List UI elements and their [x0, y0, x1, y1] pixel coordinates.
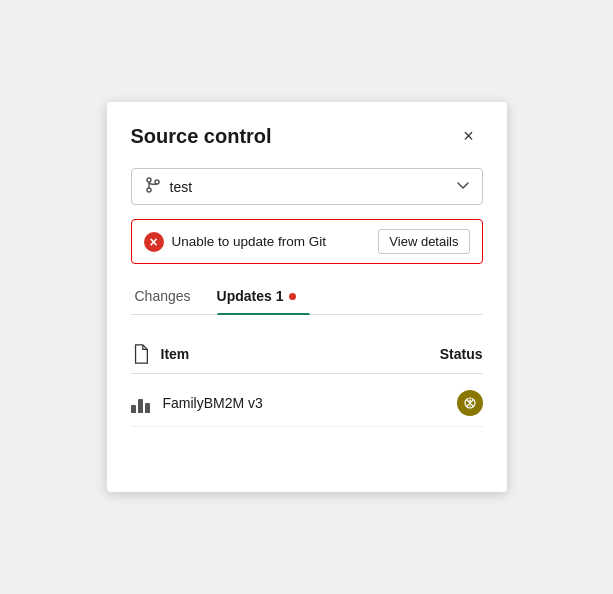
updates-dot	[289, 293, 296, 300]
bar-chart-icon	[131, 392, 153, 414]
repo-name: test	[170, 179, 456, 195]
panel-title: Source control	[131, 125, 272, 148]
table-row: FamilyBM2M v3	[131, 376, 483, 427]
svg-point-1	[147, 188, 151, 192]
error-banner: Unable to update from Git View details	[131, 219, 483, 264]
view-details-button[interactable]: View details	[378, 229, 469, 254]
tab-updates[interactable]: Updates 1	[213, 282, 311, 314]
tabs-bar: Changes Updates 1	[131, 282, 483, 315]
repo-selector[interactable]: test	[131, 168, 483, 205]
chevron-down-icon	[456, 178, 470, 195]
item-col-label: Item	[161, 346, 190, 362]
row-item-name: FamilyBM2M v3	[163, 395, 263, 411]
error-left: Unable to update from Git	[144, 232, 327, 252]
tab-changes[interactable]: Changes	[131, 282, 205, 314]
status-col-label: Status	[440, 346, 483, 362]
error-message: Unable to update from Git	[172, 234, 327, 249]
file-icon	[131, 343, 151, 365]
close-button[interactable]: ×	[455, 122, 483, 150]
svg-point-0	[147, 178, 151, 182]
svg-point-6	[469, 405, 470, 406]
tab-changes-label: Changes	[135, 288, 191, 304]
panel-header: Source control ×	[131, 122, 483, 150]
bar3	[145, 403, 150, 413]
error-icon	[144, 232, 164, 252]
bar1	[131, 405, 136, 413]
bar2	[138, 399, 143, 413]
table-header: Item Status	[131, 335, 483, 374]
column-item: Item	[131, 343, 190, 365]
status-badge	[457, 390, 483, 416]
row-left: FamilyBM2M v3	[131, 392, 263, 414]
git-branch-icon	[144, 176, 162, 197]
tab-updates-label: Updates 1	[217, 288, 284, 304]
tab-updates-badge: Updates 1	[217, 288, 297, 304]
source-control-panel: Source control × test Unable to update f…	[107, 102, 507, 492]
